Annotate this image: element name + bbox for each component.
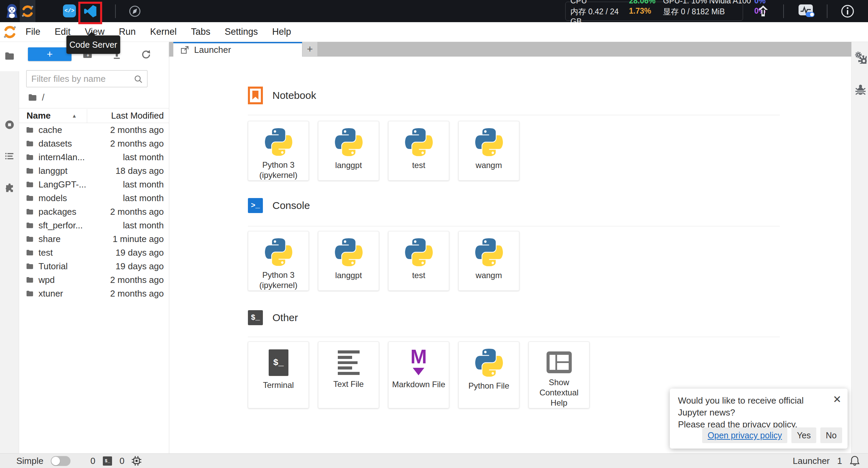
section-divider	[248, 226, 780, 226]
app-logo-icon[interactable]	[4, 3, 20, 20]
simple-mode-label: Simple	[16, 456, 43, 466]
resource-monitor[interactable]: CPU 28.06% GPU-1: 10% Nvidia A100 0% 内存 …	[565, 2, 743, 21]
close-icon[interactable]: ✕	[833, 393, 841, 405]
section-console-title: Console	[272, 200, 310, 211]
file-row-langgpt[interactable]: langgpt18 days ago	[19, 164, 169, 178]
status-right: Launcher 1	[793, 455, 860, 466]
file-row-xtuner[interactable]: xtuner2 months ago	[19, 287, 169, 300]
launcher-card-text-file[interactable]: Text File	[318, 342, 379, 408]
filter-files-input[interactable]	[27, 71, 147, 87]
new-tab-button[interactable]: +	[302, 42, 317, 56]
launcher-card-console-python3[interactable]: Python 3 (ipykernel)	[248, 231, 309, 291]
launcher-card-console-langgpt[interactable]: langgpt	[318, 231, 379, 291]
open-privacy-policy-link[interactable]: Open privacy policy	[702, 427, 787, 443]
file-row-wpd[interactable]: wpd2 months ago	[19, 273, 169, 287]
file-row-langgpt2[interactable]: LangGPT-...last month	[19, 178, 169, 191]
monitor-toggle-icon	[799, 4, 813, 15]
info-icon	[840, 4, 855, 18]
extension-manager-icon[interactable]	[4, 183, 15, 193]
launcher-card-notebook-wangm[interactable]: wangm	[458, 121, 519, 181]
menu-tabs[interactable]: Tabs	[184, 27, 218, 37]
kernel-status-icon[interactable]	[131, 455, 142, 466]
terminal-status-icon[interactable]: $_	[103, 456, 112, 466]
folder-icon	[26, 153, 34, 161]
python-icon	[475, 238, 503, 266]
home-folder-icon[interactable]	[28, 93, 37, 102]
launcher-card-console-wangm[interactable]: wangm	[458, 231, 519, 291]
up-arrow-icon	[757, 5, 770, 18]
menu-help[interactable]: Help	[265, 27, 298, 37]
python-icon	[475, 128, 503, 156]
search-icon	[133, 74, 143, 84]
python-icon	[475, 349, 503, 377]
right-activity-bar	[851, 42, 868, 453]
simple-mode-toggle[interactable]	[51, 456, 70, 466]
terminal-icon: $_	[269, 349, 288, 376]
section-notebook-title: Notebook	[272, 90, 316, 101]
launcher-card-python-file[interactable]: Python File	[458, 342, 519, 408]
table-of-contents-icon[interactable]	[4, 151, 15, 161]
plus-glyph: +	[47, 48, 53, 60]
launcher-card-terminal[interactable]: $_ Terminal	[248, 342, 309, 408]
other-cards: $_ Terminal Text File M Markdown File	[248, 342, 589, 408]
folder-icon	[26, 140, 34, 148]
folder-icon	[26, 126, 34, 134]
gpu-label: GPU-1: 10% Nvidia A100	[663, 0, 754, 5]
file-row-models[interactable]: modelslast month	[19, 191, 169, 205]
file-row-sft-perfor[interactable]: sft_perfor...last month	[19, 218, 169, 232]
terminal-count: 0	[90, 456, 95, 466]
file-row-tutorial[interactable]: Tutorial19 days ago	[19, 259, 169, 273]
menu-file[interactable]: File	[18, 27, 48, 37]
folder-icon	[26, 208, 34, 216]
debugger-icon[interactable]	[855, 84, 866, 96]
notification-count: 1	[837, 456, 842, 466]
launcher-tab-icon	[180, 45, 189, 55]
cpu-label: CPU	[570, 0, 629, 5]
launcher-card-markdown-file[interactable]: M Markdown File	[388, 342, 449, 408]
cpu-value: 28.06%	[629, 0, 663, 5]
file-row-test[interactable]: test19 days ago	[19, 246, 169, 259]
notebook-cards: Python 3 (ipykernel) langgpt test wangm	[248, 121, 519, 181]
file-browser-icon[interactable]	[4, 51, 15, 61]
folder-icon	[26, 167, 34, 175]
python-icon	[265, 128, 293, 156]
running-sessions-icon[interactable]	[4, 120, 15, 130]
folder-icon	[26, 249, 34, 257]
file-row-packages[interactable]: packages2 months ago	[19, 205, 169, 218]
refresh-button[interactable]	[141, 49, 151, 60]
section-other-title: Other	[272, 312, 298, 323]
jupyter-news-notification: Would you like to receive official Jupyt…	[670, 389, 848, 449]
upgrade-button[interactable]	[757, 5, 770, 19]
file-browser-panel: + + / Name ▲ Last Modified	[19, 42, 169, 453]
monitor-toggle-button[interactable]	[799, 4, 813, 15]
bell-icon[interactable]	[850, 455, 860, 466]
launcher-card-notebook-python3[interactable]: Python 3 (ipykernel)	[248, 121, 309, 181]
menu-settings[interactable]: Settings	[218, 27, 265, 37]
new-launcher-button[interactable]: +	[28, 47, 72, 61]
notification-message: Would you like to receive official Jupyt…	[678, 395, 828, 419]
launcher-card-notebook-test[interactable]: test	[388, 121, 449, 181]
launcher-card-show-contextual-help[interactable]: Show Contextual Help	[528, 342, 589, 408]
column-name[interactable]: Name	[27, 110, 51, 121]
file-list: cache2 months ago datasets2 months ago i…	[19, 123, 169, 300]
launcher-card-notebook-langgpt[interactable]: langgpt	[318, 121, 379, 181]
topbar-divider	[827, 4, 827, 18]
internstudio-logo-button[interactable]	[20, 0, 35, 22]
yes-button[interactable]: Yes	[791, 427, 816, 443]
compass-button[interactable]	[128, 4, 142, 19]
breadcrumb-path[interactable]: /	[42, 92, 45, 103]
property-inspector-icon[interactable]	[854, 51, 867, 64]
file-row-cache[interactable]: cache2 months ago	[19, 123, 169, 137]
code-server-button[interactable]: </>	[63, 4, 76, 17]
file-row-datasets[interactable]: datasets2 months ago	[19, 137, 169, 150]
info-button[interactable]	[840, 4, 855, 20]
column-last-modified[interactable]: Last Modified	[111, 110, 164, 121]
file-row-intern4lan[interactable]: intern4lan...last month	[19, 150, 169, 164]
no-button[interactable]: No	[820, 427, 842, 443]
tab-launcher[interactable]: Launcher	[173, 42, 302, 57]
menu-kernel[interactable]: Kernel	[143, 27, 184, 37]
code-server-tooltip: Code Server	[66, 35, 120, 54]
launcher-card-console-test[interactable]: test	[388, 231, 449, 291]
sort-ascending-icon[interactable]: ▲	[72, 113, 77, 119]
file-row-share[interactable]: share1 minute ago	[19, 232, 169, 246]
